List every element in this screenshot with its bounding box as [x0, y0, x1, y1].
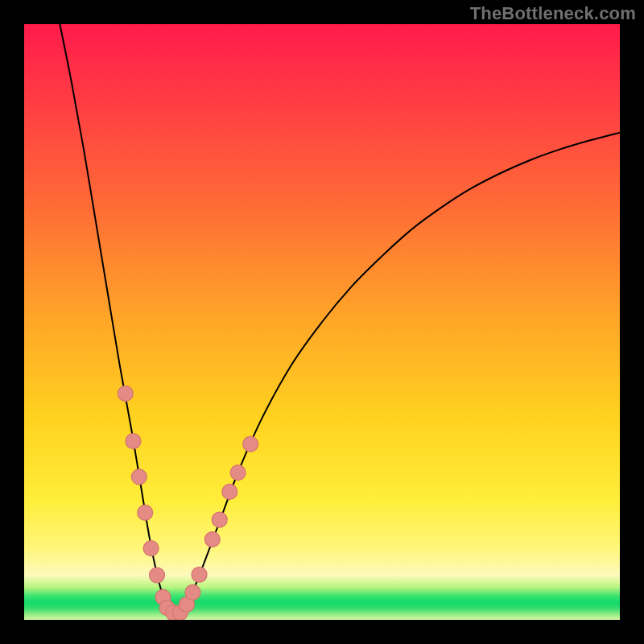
curve-left-branch [60, 24, 173, 614]
chart-frame: TheBottleneck.com [0, 0, 644, 644]
plot-area [24, 24, 620, 620]
curve-marker [118, 386, 133, 401]
curve-marker [185, 584, 200, 600]
curve-marker [138, 505, 153, 520]
curve-marker [143, 541, 159, 556]
curve-marker [131, 469, 147, 485]
curve-markers [118, 386, 258, 620]
curve-marker [192, 567, 207, 582]
curve-marker [243, 436, 258, 452]
curve-marker [212, 512, 227, 527]
watermark-text: TheBottleneck.com [470, 3, 636, 24]
curve-marker [126, 434, 141, 449]
bottleneck-curve [24, 24, 620, 620]
curve-marker [222, 484, 237, 499]
curve-marker [150, 568, 165, 583]
curve-right-branch [173, 133, 620, 614]
curve-marker [204, 532, 220, 547]
curve-marker [230, 465, 246, 481]
